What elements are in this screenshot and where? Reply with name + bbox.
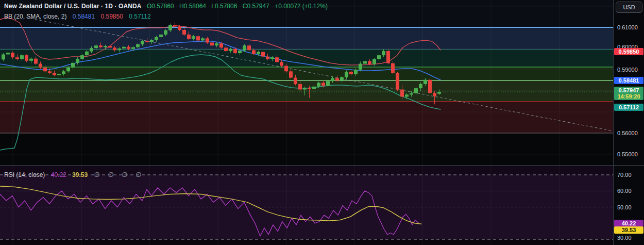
pane-separator[interactable] [0,165,644,166]
trading-chart-app: New Zealand Dollar / U.S. Dollar · 1D · … [0,0,644,245]
price-badge: 0.57112 [614,104,643,111]
price-badge: 0.5794714:59:20 [614,87,643,100]
symbol-legend-row: New Zealand Dollar / U.S. Dollar · 1D · … [4,3,328,10]
symbol-title[interactable]: New Zealand Dollar / U.S. Dollar · 1D · … [4,3,142,10]
rsi-value: 40.22 [51,171,66,178]
rsi-ma-value: 39.53 [72,171,88,178]
chart-svg[interactable] [0,0,613,245]
axis-label: 0.59000 [614,67,644,73]
currency-toggle-button[interactable]: USD [616,2,642,13]
rsi-indicator-legend[interactable]: RSI (14, close) 40.22 39.53 ∅ ∅ ∅ ∅ [4,171,145,178]
rsi-legend-label: RSI (14, close) [4,171,45,178]
axis-label: 60.00 [614,188,644,194]
axis-label: 0.56000 [614,130,644,136]
ohlc-high: H0.58064 [179,3,206,10]
price-badge: 0.59850 [614,48,643,55]
axis-label: 0.61000 [614,24,644,30]
axis-label: 50.00 [614,204,644,210]
ohlc-low: L0.57806 [211,3,237,10]
chart-canvas[interactable]: New Zealand Dollar / U.S. Dollar · 1D · … [0,0,613,245]
price-change: +0.00072 (+0.12%) [275,3,328,10]
axis-label: 70.00 [614,172,644,178]
axis-label: 30.00 [614,235,644,241]
bb-indicator-legend[interactable]: BB (20, SMA, close, 2) 0.58481 0.59850 0… [4,13,151,20]
price-axis[interactable]: USD 0.610000.600000.590000.560000.550007… [613,0,644,245]
ohlc-open: O0.57860 [147,3,174,10]
price-badge: 0.58481 [614,77,643,84]
rsi-null-marks: ∅ ∅ ∅ ∅ [94,171,144,178]
price-badge: 40.22 [614,220,643,227]
bb-legend-label: BB (20, SMA, close, 2) [4,13,66,20]
bb-upper-value: 0.59850 [100,13,123,20]
axis-label: 0.55000 [614,151,644,157]
ohlc-close: C0.57947 [243,3,269,10]
price-badge: 39.53 [614,226,643,234]
bb-lower-value: 0.57112 [129,13,151,20]
bb-basis-value: 0.58481 [73,13,95,20]
